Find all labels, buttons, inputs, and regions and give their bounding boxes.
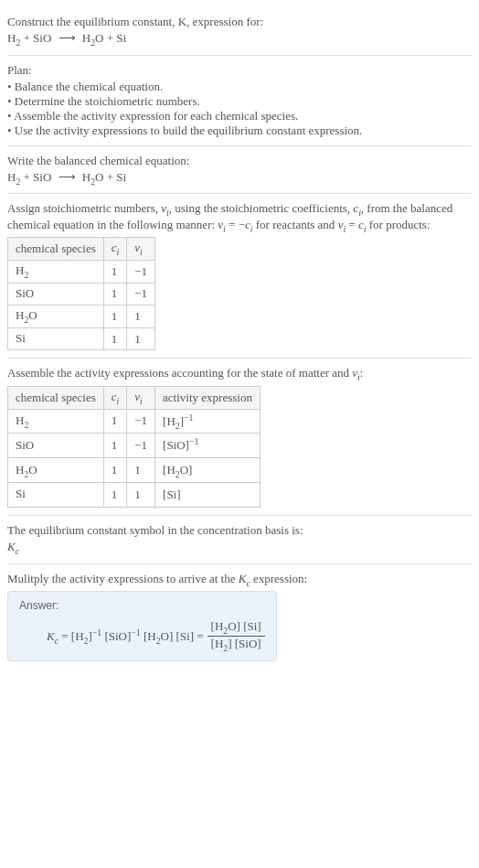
cell-nui: −1 [127, 434, 155, 458]
plan-list: • Balance the chemical equation. • Deter… [7, 80, 472, 138]
cell-ci: 1 [103, 327, 127, 350]
stoich-t1: Assign stoichiometric numbers, [7, 201, 161, 215]
beq-plus: + SiO [20, 170, 54, 184]
sp-pre: H [16, 263, 24, 277]
cell-nui: 1 [127, 327, 155, 350]
ans-t3po: O] [161, 629, 174, 643]
cell-species: SiO [8, 434, 104, 458]
cell-ci: 1 [103, 305, 127, 328]
activity-table: chemical species ci νi activity expressi… [7, 386, 261, 508]
title-text-pre: Construct the equilibrium constant, K, e… [7, 15, 263, 28]
sp-pre: H [16, 413, 24, 427]
cell-ci: 1 [103, 260, 127, 283]
mult-t2: expression: [250, 572, 307, 585]
cell-nui: −1 [127, 409, 155, 434]
ans-t2: [SiO] [101, 629, 131, 643]
eq-plus: + SiO [20, 31, 54, 45]
num-p2: O] [Si] [228, 619, 261, 633]
table-row: H2 1 −1 [8, 260, 155, 283]
beq-rhs-h: H [80, 170, 91, 184]
stoich-eq2b: = [346, 218, 358, 231]
act-exp: −1 [184, 413, 193, 423]
sp-pre: SiO [16, 286, 34, 300]
table-row: H2O 1 1 [H2O] [8, 458, 261, 483]
activity-section: Assemble the activity expressions accoun… [7, 359, 472, 516]
balanced-section: Write the balanced chemical equation: H2… [7, 146, 472, 195]
table-row: SiO 1 −1 [8, 283, 155, 305]
act-pre: [H [163, 414, 176, 428]
stoich-t2: , using the stoichiometric coefficients, [169, 201, 354, 215]
frac-numerator: [H2O] [Si] [208, 619, 265, 637]
cell-ci: 1 [103, 409, 127, 434]
kc-k: K [7, 540, 16, 553]
sp-post: O [28, 308, 37, 322]
cell-species: H2O [8, 305, 104, 328]
stoich-table: chemical species ci νi H2 1 −1 SiO 1 −1 … [7, 237, 155, 350]
act-t2: : [360, 366, 364, 380]
sp-pre: H [16, 308, 24, 322]
ans-t3p: [H [141, 629, 156, 643]
cell-activity: [H2]−1 [155, 409, 261, 434]
ans-k: K [47, 629, 55, 643]
eq-rhs-h: H [80, 31, 91, 45]
cell-species: Si [8, 327, 104, 350]
table-row: H2O 1 1 [8, 305, 155, 328]
eq-h: H [7, 31, 16, 45]
cell-activity: [SiO]−1 [155, 434, 261, 458]
th-nui: νi [127, 238, 155, 261]
den-p1: [H [211, 637, 224, 650]
ans-t1p: [H [71, 629, 84, 643]
plan-item: • Use the activity expressions to build … [7, 123, 472, 138]
multiply-label: Mulitply the activity expressions to arr… [7, 572, 472, 588]
plan-item: • Balance the chemical equation. [7, 80, 472, 94]
cell-ci: 1 [103, 434, 127, 458]
eq-rhs-rest: O + Si [95, 31, 126, 45]
cell-activity: [Si] [155, 483, 261, 508]
act-pre: [SiO] [163, 439, 189, 453]
act-pre: [H [163, 464, 176, 477]
cell-nui: −1 [127, 260, 155, 283]
cell-species: Si [8, 483, 104, 508]
ans-t2e: −1 [131, 627, 140, 638]
beq-h: H [7, 170, 16, 184]
cell-activity: [H2O] [155, 458, 261, 483]
answer-lhs: Kc = [H2]−1 [SiO]−1 [H2O] [Si] = [47, 627, 204, 646]
balanced-equation: H2 + SiO ⟶ H2O + Si [7, 170, 472, 187]
stoich-section: Assign stoichiometric numbers, νi, using… [7, 194, 472, 359]
th-nui-i: i [140, 247, 143, 257]
answer-section: Mulitply the activity expressions to arr… [7, 564, 472, 669]
plan-item: • Determine the stoichiometric numbers. [7, 94, 472, 109]
eq-arrow: ⟶ [55, 31, 80, 45]
kc-symbol: Kc [7, 540, 472, 556]
question-section: Construct the equilibrium constant, K, e… [7, 7, 472, 56]
plan-label: Plan: [7, 63, 472, 78]
th-nui: νi [127, 386, 155, 409]
ans-t1e: −1 [92, 627, 101, 638]
cell-ci: 1 [103, 283, 127, 305]
kc-symbol-section: The equilibrium constant symbol in the c… [7, 516, 472, 564]
ans-t4: [Si] = [173, 629, 203, 643]
table-row: SiO 1 −1 [SiO]−1 [8, 434, 261, 458]
cell-nui: 1 [127, 483, 155, 508]
act-pre: [Si] [163, 488, 181, 502]
answer-box: Answer: Kc = [H2]−1 [SiO]−1 [H2O] [Si] =… [7, 591, 277, 660]
stoich-eq1b: = − [226, 218, 245, 231]
table-header-row: chemical species ci νi activity expressi… [8, 386, 261, 409]
answer-label: Answer: [19, 599, 265, 612]
kc-c: c [16, 546, 19, 556]
th-ci: ci [103, 238, 127, 261]
sp-pre: Si [16, 331, 26, 345]
sp-post: O [28, 463, 37, 477]
cell-species: H2 [8, 409, 104, 434]
cell-species: H2O [8, 458, 104, 483]
den-p2: ] [SiO] [228, 637, 261, 650]
cell-ci: 1 [103, 458, 127, 483]
num-p1: [H [211, 619, 224, 633]
cell-nui: 1 [127, 458, 155, 483]
stoich-intro: Assign stoichiometric numbers, νi, using… [7, 201, 472, 233]
question-title: Construct the equilibrium constant, K, e… [7, 15, 472, 29]
th-nui-i2: i [140, 396, 143, 406]
frac-denominator: [H2] [SiO] [208, 637, 265, 653]
sp-pre: Si [16, 487, 26, 500]
cell-nui: −1 [127, 283, 155, 305]
